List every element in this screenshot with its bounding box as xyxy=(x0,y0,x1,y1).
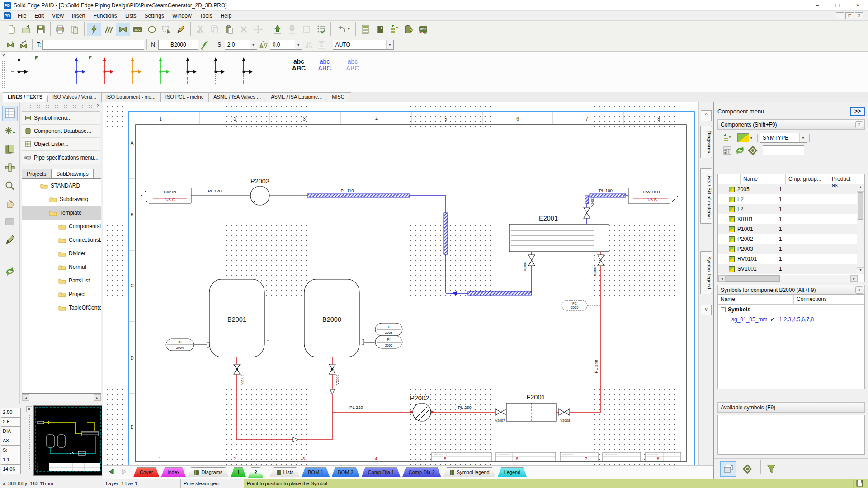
tree-item-standard[interactable]: STANDARD xyxy=(22,179,101,192)
delete-button[interactable] xyxy=(236,23,251,36)
maximize-button[interactable]: □ xyxy=(827,0,848,11)
page-tab-symbol-legend[interactable]: Symbol legend xyxy=(443,467,496,477)
palette-tab-lines-texts[interactable]: LINES / TEXTS xyxy=(3,92,49,102)
refresh-drawing-button[interactable] xyxy=(2,264,18,279)
component-row[interactable]: RV01011 xyxy=(718,254,864,264)
component-row[interactable]: P20031 xyxy=(718,244,864,254)
new-file-button[interactable] xyxy=(5,23,19,36)
catalog-button[interactable] xyxy=(2,142,18,157)
line-symbol-black-2[interactable] xyxy=(177,55,198,87)
component-row[interactable]: SV10011 xyxy=(718,264,864,274)
symbol-row-sg-01-05[interactable]: sg_01_05_mm ✓ 1,2,3,4,5,6,7,8 xyxy=(718,314,864,324)
add-remove-button[interactable] xyxy=(387,23,401,36)
mirror-vertical-button[interactable] xyxy=(302,39,315,50)
tree-item-project[interactable]: Project xyxy=(22,287,101,301)
tree-item-componentslist[interactable]: ComponentsList xyxy=(22,220,101,233)
text-symbol-blue-2[interactable]: abcABC xyxy=(341,58,364,84)
symbol-tool-button[interactable] xyxy=(116,23,130,36)
column-settings-button[interactable] xyxy=(721,145,734,156)
component-row[interactable]: 20051 xyxy=(718,184,864,194)
component-row[interactable]: I 21 xyxy=(718,204,864,214)
text-tool-button[interactable]: abc xyxy=(130,23,145,36)
doc-minimize-button[interactable]: – xyxy=(836,12,844,19)
page-tab-bom2[interactable]: BOM 2 xyxy=(331,467,359,477)
component-name-input[interactable] xyxy=(158,40,198,50)
symbol-edit-button[interactable] xyxy=(17,39,30,50)
open-file-button[interactable] xyxy=(19,23,33,36)
tree-item-subdrawing[interactable]: Subdrawing xyxy=(22,192,101,206)
symbol-insert-button[interactable] xyxy=(2,124,18,139)
symbol-menu-button[interactable]: Symbol menu... xyxy=(22,112,100,125)
scale-dropdown-icon[interactable]: ▾ xyxy=(250,40,257,49)
move-button[interactable] xyxy=(251,23,265,36)
table-vertical-scrollbar[interactable]: ▴ ▾ xyxy=(857,185,864,274)
doc-restore-button[interactable]: □ xyxy=(845,12,854,19)
refresh-components-button[interactable] xyxy=(734,145,746,156)
scroll-left-icon[interactable]: ◂ xyxy=(22,394,29,401)
sheets-view-button[interactable] xyxy=(720,461,736,477)
mirror-horizontal-button[interactable] xyxy=(315,39,328,50)
side-tab-symbol-legend[interactable]: Symbol legend xyxy=(700,251,712,294)
symbols-group-label[interactable]: Symbols xyxy=(728,306,750,313)
component-filter-input[interactable] xyxy=(763,145,804,155)
line-symbol-green[interactable] xyxy=(150,55,171,87)
component-database-button[interactable]: Component Database... xyxy=(22,125,100,138)
undo-button[interactable]: ▾ xyxy=(333,23,353,36)
import-button[interactable] xyxy=(270,23,285,36)
component-row[interactable]: P20021 xyxy=(718,234,864,244)
menu-file[interactable]: File xyxy=(14,12,30,20)
component-settings-button[interactable] xyxy=(746,145,759,156)
redline-button[interactable] xyxy=(2,232,18,248)
text-symbol-black[interactable]: abcABC xyxy=(287,58,311,84)
angle-dropdown-icon[interactable]: ▾ xyxy=(295,40,302,49)
pipe-fittings-button[interactable] xyxy=(2,160,18,175)
column-header-group[interactable]: Cmp. group... xyxy=(786,174,829,184)
page-tab-1[interactable]: 1 xyxy=(231,467,246,477)
save-button[interactable] xyxy=(33,23,48,36)
page-back-button[interactable] xyxy=(107,467,117,476)
page-tab-diagrams[interactable]: Diagrams xyxy=(188,467,229,477)
column-header-connections[interactable]: Connections xyxy=(794,295,862,304)
print-button[interactable] xyxy=(53,23,67,36)
scroll-right-icon[interactable]: ▸ xyxy=(94,394,101,401)
cut-button[interactable] xyxy=(193,23,208,36)
menu-edit[interactable]: Edit xyxy=(30,12,48,20)
component-row[interactable]: P10011 xyxy=(718,224,864,234)
tree-item-partslist[interactable]: PartsList xyxy=(22,274,101,287)
image-button[interactable] xyxy=(2,214,18,230)
palette-tab-misc[interactable]: MISC xyxy=(327,92,351,102)
undo-dropdown-icon[interactable]: ▾ xyxy=(348,27,349,31)
copy-button[interactable] xyxy=(208,23,222,36)
minimap-close-button[interactable]: × xyxy=(26,406,32,412)
page-tab-compdia1[interactable]: Comp Dia 1 xyxy=(362,467,401,477)
menu-insert[interactable]: Insert xyxy=(68,12,90,20)
symbol-text-input[interactable] xyxy=(42,40,144,50)
page-tab-lists[interactable]: Lists xyxy=(270,467,300,477)
tree-item-template[interactable]: Template xyxy=(22,206,101,220)
side-tab-diagrams[interactable]: Diagrams xyxy=(700,126,712,158)
notebook-button[interactable] xyxy=(373,23,387,36)
page-tab-2-active[interactable]: 2 xyxy=(248,467,263,478)
panel-expand-button[interactable]: >> xyxy=(850,107,865,116)
symbol-color-button[interactable] xyxy=(737,133,749,142)
page-tab-index[interactable]: Index xyxy=(161,467,186,477)
palette-drag-handle[interactable] xyxy=(1,61,5,89)
close-button[interactable]: × xyxy=(848,0,868,11)
menu-view[interactable]: View xyxy=(48,12,68,20)
palette-tab-asme-equipment[interactable]: ASME / ISA Equipme... xyxy=(266,92,329,102)
symtype-select[interactable]: SYMTYPE▾ xyxy=(760,133,807,143)
export-button[interactable] xyxy=(285,23,299,36)
collapse-icon[interactable]: − xyxy=(721,307,726,312)
side-tab-lists-bom[interactable]: Lists / Bill of material xyxy=(700,168,712,224)
tabs-scroll-up-button[interactable]: ^ xyxy=(701,110,712,121)
components-close-button[interactable]: × xyxy=(855,121,863,128)
line-tool-button[interactable] xyxy=(101,23,116,36)
angle-select[interactable]: 0.0▾ xyxy=(270,40,302,50)
line-symbol-orange[interactable] xyxy=(122,55,143,87)
palette-tab-iso-pce[interactable]: ISO PCE - metric xyxy=(160,92,210,102)
text-symbol-blue-1[interactable]: abcABC xyxy=(313,58,336,84)
overview-minimap[interactable] xyxy=(33,405,102,476)
menu-tools[interactable]: Tools xyxy=(196,12,217,20)
table-horizontal-scrollbar[interactable]: ◂ ▸ xyxy=(718,275,858,282)
line-symbol-blue[interactable] xyxy=(66,55,87,87)
